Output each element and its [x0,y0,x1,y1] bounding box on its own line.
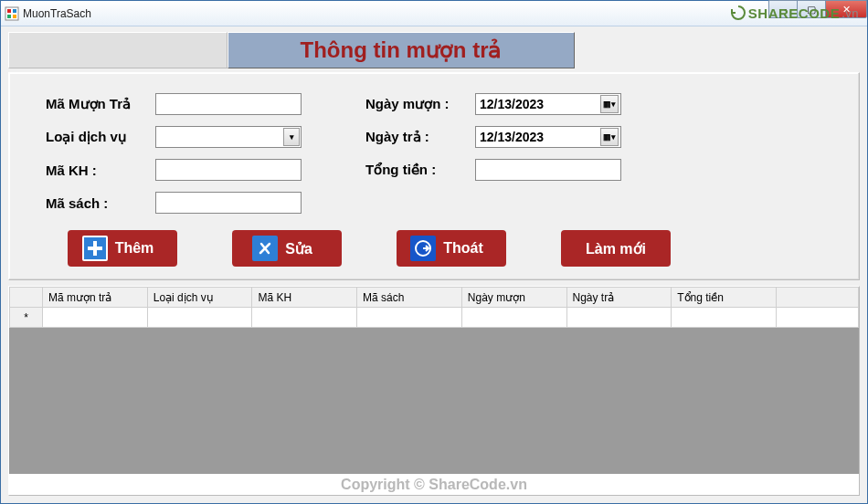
svg-rect-1 [7,9,11,13]
grid-cell[interactable] [672,308,777,328]
watermark-text: SHARECODE [748,5,840,21]
new-row-marker: * [10,308,43,328]
recycle-icon [730,5,746,21]
col-tong-tien[interactable]: Tổng tiền [672,288,777,308]
col-ma-muon-tra[interactable]: Mã mượn trả [43,288,148,308]
plus-icon [82,236,108,261]
grid-panel: Mã mượn trả Loại dịch vụ Mã KH Mã sách N… [8,286,860,496]
date-ngay-muon[interactable]: 12/13/2023 ▦▾ [475,93,621,115]
app-icon [5,6,19,21]
header-spacer [8,32,228,68]
watermark-logo: SHARECODE.vn [730,5,859,21]
col-spacer [777,288,859,308]
add-button-label: Thêm [115,240,154,257]
grid-cell[interactable] [777,308,859,328]
header-row: Thông tin mượn trả [8,32,860,68]
label-ma-kh: Mã KH : [46,163,155,178]
combo-loai-dich-vu-input[interactable] [155,126,302,148]
add-button[interactable]: Thêm [68,230,177,267]
input-ma-sach[interactable] [155,192,302,214]
label-ma-muon-tra: Mã Mượn Trả [46,96,155,112]
label-ngay-tra: Ngày trả : [365,129,475,145]
content-area: Thông tin mượn trả Mã Mượn Trả Ngày mượn… [1,26,867,503]
svg-rect-7 [88,247,102,250]
col-ma-kh[interactable]: Mã KH [252,288,357,308]
svg-rect-2 [13,9,16,13]
input-ma-kh[interactable] [155,159,302,181]
grid-new-row[interactable]: * [10,308,859,328]
grid-corner [10,288,43,308]
combo-loai-dich-vu[interactable]: ▾ [155,126,302,148]
refresh-button-label: Làm mới [586,240,646,257]
grid-cell[interactable] [357,308,462,328]
svg-rect-4 [13,15,16,18]
grid-cell[interactable] [43,308,148,328]
grid-cell[interactable] [252,308,357,328]
input-ma-muon-tra[interactable] [155,93,302,115]
date-ngay-tra-value: 12/13/2023 [480,130,544,144]
page-title: Thông tin mượn trả [228,32,575,68]
date-ngay-muon-value: 12/13/2023 [480,97,544,111]
col-loai-dich-vu[interactable]: Loại dịch vụ [147,288,252,308]
exit-button[interactable]: Thoát [397,230,506,267]
edit-button[interactable]: Sửa [232,230,342,267]
app-window: MuonTraSach ─ ▢ ✕ Thông tin mượn trả Mã … [0,0,868,504]
calendar-icon[interactable]: ▦▾ [600,95,619,113]
label-ngay-muon: Ngày mượn : [365,96,475,112]
label-ma-sach: Mã sách : [46,195,155,211]
col-ngay-muon[interactable]: Ngày mượn [461,288,566,308]
exit-button-label: Thoát [443,240,483,257]
grid-cell[interactable] [461,308,566,328]
data-grid[interactable]: Mã mượn trả Loại dịch vụ Mã KH Mã sách N… [9,287,859,328]
label-tong-tien: Tổng tiền : [365,162,475,178]
button-row: Thêm Sửa Thoát Làm mới [68,230,831,267]
input-tong-tien[interactable] [475,159,621,181]
tools-icon [252,236,278,261]
exit-icon [410,236,436,261]
date-ngay-tra[interactable]: 12/13/2023 ▦▾ [475,126,621,148]
form-panel: Mã Mượn Trả Ngày mượn : 12/13/2023 ▦▾ Lo… [8,72,860,280]
refresh-button[interactable]: Làm mới [561,230,671,267]
svg-rect-3 [7,15,11,18]
grid-cell[interactable] [566,308,672,328]
col-ngay-tra[interactable]: Ngày trả [566,288,672,308]
grid-header-row: Mã mượn trả Loại dịch vụ Mã KH Mã sách N… [10,288,859,308]
calendar-icon[interactable]: ▦▾ [600,128,619,146]
label-loai-dich-vu: Loại dịch vụ [46,129,155,145]
watermark-suffix: .vn [842,6,859,20]
chevron-down-icon[interactable]: ▾ [283,128,300,146]
edit-button-label: Sửa [285,240,312,257]
grid-empty-area [9,328,859,474]
col-ma-sach[interactable]: Mã sách [357,288,462,308]
window-title: MuonTraSach [23,7,91,20]
grid-cell[interactable] [147,308,252,328]
header-spacer-right [575,32,860,68]
